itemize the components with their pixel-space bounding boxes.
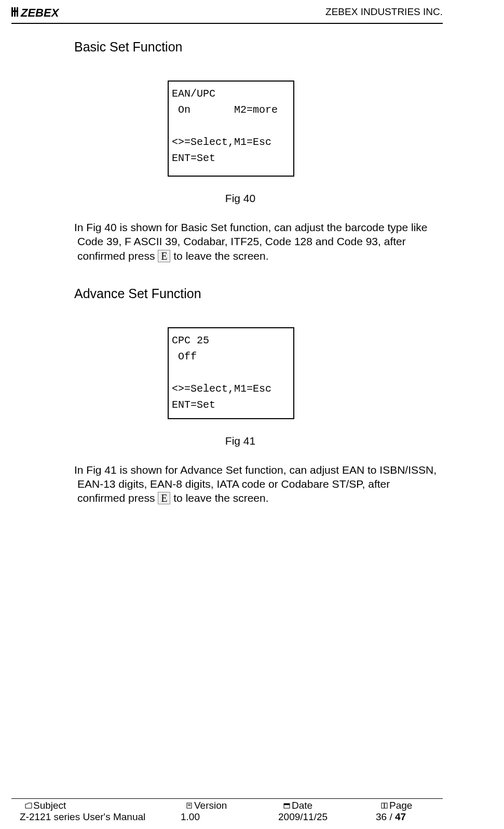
text: confirmed press — [77, 492, 158, 504]
page-current: 36 — [376, 811, 387, 822]
label-subject: Subject — [33, 800, 66, 811]
advance-paragraph: In Fig 41 is shown for Advance Set funct… — [74, 463, 469, 505]
page-footer: Subject Version Date Page — [11, 798, 443, 823]
basic-set-title: Basic Set Function — [74, 39, 469, 55]
page-header: ZEBEX ZEBEX INDUSTRIES INC. — [0, 0, 504, 20]
doc-icon — [186, 800, 193, 811]
page-sep: / — [387, 811, 395, 822]
text: In Fig 40 is shown for Basic Set functio… — [74, 221, 428, 233]
value-subject: Z-2121 series User's Manual — [11, 811, 181, 823]
lcd-line: Off — [172, 351, 197, 363]
svg-rect-3 — [11, 10, 18, 12]
lcd-line: CPC 25 — [172, 335, 209, 346]
fig-caption-40: Fig 40 — [12, 192, 469, 205]
folder-icon — [25, 800, 32, 811]
lcd-line: ENT=Set — [172, 152, 215, 164]
label-version: Version — [194, 800, 227, 811]
text: EAN-13 digits, EAN-8 digits, IATA code o… — [74, 477, 469, 505]
basic-paragraph: In Fig 40 is shown for Basic Set functio… — [74, 220, 469, 263]
lcd-screenshot-basic: EAN/UPC On M2=more <>=Select,M1=Esc ENT=… — [168, 81, 294, 177]
logo: ZEBEX — [11, 5, 74, 19]
text: to leave the screen. — [170, 492, 268, 504]
text: to leave the screen. — [170, 250, 268, 262]
svg-rect-9 — [284, 804, 290, 805]
value-version: 1.00 — [181, 811, 278, 823]
lcd-line: ENT=Set — [172, 399, 215, 411]
page-content: Basic Set Function EAN/UPC On M2=more <>… — [0, 24, 469, 505]
calendar-icon — [283, 800, 291, 811]
lcd-line: On M2=more — [172, 104, 278, 116]
footer-values: Z-2121 series User's Manual 1.00 2009/11… — [11, 811, 443, 823]
svg-rect-10 — [382, 803, 384, 808]
text: EAN-13 digits, EAN-8 digits, IATA code o… — [77, 478, 390, 490]
book-icon — [381, 800, 388, 811]
page-total: 47 — [395, 811, 406, 822]
value-date: 2009/11/25 — [278, 811, 376, 823]
lcd-screenshot-advance: CPC 25 Off <>=Select,M1=Esc ENT=Set — [168, 327, 294, 419]
footer-divider — [11, 798, 443, 799]
svg-rect-11 — [385, 803, 387, 808]
lcd-line: EAN/UPC — [172, 88, 215, 100]
text: In Fig 41 is shown for Advance Set funct… — [74, 464, 437, 476]
key-e: E — [158, 250, 170, 262]
footer-labels: Subject Version Date Page — [11, 800, 443, 811]
key-e: E — [158, 492, 170, 504]
lcd-line: <>=Select,M1=Esc — [172, 383, 271, 395]
lcd-line: <>=Select,M1=Esc — [172, 136, 271, 148]
text: Code 39, F ASCII 39, Codabar, ITF25, Cod… — [77, 235, 406, 247]
text: Code 39, F ASCII 39, Codabar, ITF25, Cod… — [74, 234, 469, 263]
label-page: Page — [389, 800, 412, 811]
value-page: 36 / 47 — [376, 811, 406, 823]
fig-caption-41: Fig 41 — [12, 435, 469, 447]
advance-set-title: Advance Set Function — [74, 286, 469, 301]
company-name: ZEBEX INDUSTRIES INC. — [325, 6, 443, 18]
zebex-logo-icon: ZEBEX — [11, 5, 74, 19]
text: confirmed press — [77, 250, 158, 262]
label-date: Date — [292, 800, 312, 811]
svg-text:ZEBEX: ZEBEX — [20, 6, 60, 19]
